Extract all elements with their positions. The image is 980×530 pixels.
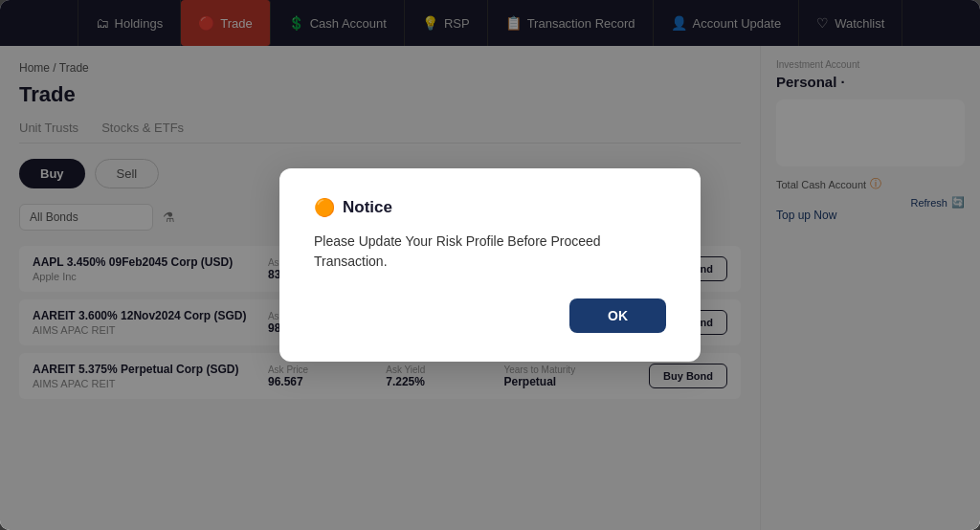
modal-message: Please Update Your Risk Profile Before P… — [314, 232, 666, 272]
modal-title: Notice — [343, 198, 392, 217]
ok-button[interactable]: OK — [569, 298, 666, 333]
notice-modal: 🟠 Notice Please Update Your Risk Profile… — [279, 168, 701, 362]
notice-icon: 🟠 — [314, 197, 335, 218]
modal-overlay: 🟠 Notice Please Update Your Risk Profile… — [0, 0, 980, 530]
app-container: 🗂 Holdings 🔴 Trade 💲 Cash Account 💡 RSP … — [0, 0, 980, 530]
